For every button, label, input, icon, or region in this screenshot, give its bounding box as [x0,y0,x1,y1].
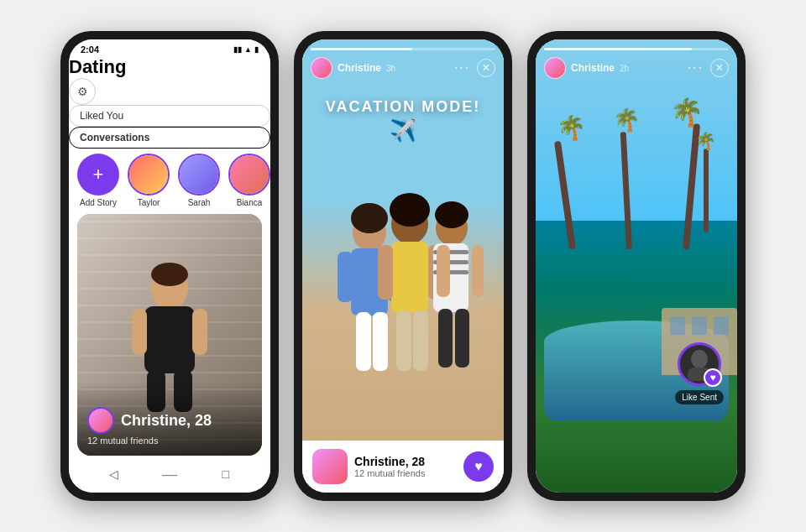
beach-people [319,186,487,421]
svg-text:🌴: 🌴 [670,96,704,128]
window-3 [714,316,729,335]
heart-icon-2: ♥ [474,459,483,474]
story-username-3: Christine [571,62,615,74]
svg-point-1 [151,263,188,286]
story-taylor[interactable]: Taylor [128,154,170,207]
story-avatar-sarah [178,154,220,196]
story-profile-sub-2: 12 mutual friends [354,468,425,478]
story-profile-photo-2 [312,449,348,484]
plane-icon: ✈️ [302,117,504,143]
tab-conversations[interactable]: Conversations [69,127,270,149]
like-sent-popup: ♥ Like Sent [675,342,724,404]
gear-icon: ⚙ [77,85,88,98]
progress-bar [311,48,495,50]
svg-rect-31 [554,141,576,250]
svg-point-30 [435,201,468,228]
battery-icon: ▮▮ [233,45,242,54]
status-time: 2:04 [81,44,99,55]
vacation-text: VACATION MODE! [302,98,504,116]
palm-trees: 🌴 🌴 🌴 🌴 [536,56,737,266]
home-pill[interactable]: — [158,462,181,486]
svg-rect-26 [437,245,450,297]
plus-icon: + [93,164,104,185]
add-story-label: Add Story [80,198,117,207]
story-bottom-card-2: Christine, 28 12 mutual friends ♥ [302,441,504,493]
like-sent-avatar: ♥ [678,342,721,386]
story-sarah[interactable]: Sarah [178,154,220,207]
wifi-icon: ▲ [244,45,252,54]
story-label-taylor: Taylor [138,198,160,207]
status-icons: ▮▮ ▲ ▮ [233,45,259,54]
story-user-row: Christine 3h ··· × [311,57,495,79]
story-time-2: 3h [386,64,395,73]
phone-1: 2:04 ▮▮ ▲ ▮ Dating ⚙ Liked You Conversat… [60,31,279,501]
svg-text:🌴: 🌴 [557,114,586,142]
story-label-bianca: Bianca [237,198,263,207]
stories-row: + Add Story Taylor Sarah Bianc [69,149,270,211]
story-avatar-2 [311,57,332,79]
story-profile-info-2: Christine, 28 12 mutual friends [354,455,425,478]
svg-rect-12 [373,312,388,371]
close-button-3[interactable]: × [710,59,729,77]
nav-bar-1: ◁ — □ [69,456,270,493]
settings-button[interactable]: ⚙ [69,78,96,105]
phone-3: 🌴 🌴 🌴 🌴 [527,31,746,501]
add-story-button[interactable]: + [77,154,119,196]
story-avatar-taylor [128,154,170,196]
svg-point-39 [691,350,708,368]
story-label-sarah: Sarah [188,198,211,207]
story-time-3: 2h [620,64,629,73]
story-user-row-3: Christine 2h ··· × [544,57,729,79]
story-username-2: Christine [338,62,381,74]
svg-text:🌴: 🌴 [695,131,716,151]
more-icon-3[interactable]: ··· [688,60,704,76]
svg-rect-16 [378,245,393,300]
profile-card[interactable]: Christine, 28 12 mutual friends [77,214,262,456]
vacation-text-area: VACATION MODE! ✈️ [302,98,504,143]
svg-rect-28 [438,309,453,368]
story-bianca[interactable]: Bianca [228,154,270,207]
svg-rect-9 [338,252,353,302]
status-bar-1: 2:04 ▮▮ ▲ ▮ [69,39,270,56]
progress-fill [311,48,412,50]
svg-rect-15 [391,242,428,313]
home-button[interactable]: □ [214,462,238,486]
story-add[interactable]: + Add Story [77,154,119,207]
like-sent-label: Like Sent [675,390,724,404]
svg-rect-2 [144,306,195,373]
app-header: Dating ⚙ [69,56,270,105]
close-button-2[interactable]: × [477,59,495,77]
svg-rect-11 [356,312,371,371]
svg-rect-18 [396,310,411,371]
back-button[interactable]: ◁ [102,462,125,486]
more-icon-2[interactable]: ··· [454,60,470,76]
progress-bar-3 [544,48,729,50]
tab-bar: Liked You Conversations [69,105,270,149]
card-info-overlay: Christine, 28 12 mutual friends [77,382,262,456]
window-1 [670,316,685,335]
phone-2: Christine 3h ··· × VACATION MODE! ✈️ Chr… [294,31,512,501]
story-avatar-bianca [228,154,270,196]
svg-rect-35 [620,132,632,249]
svg-point-13 [351,203,388,233]
svg-point-20 [390,193,430,227]
svg-text:🌴: 🌴 [613,107,641,133]
tab-liked-you[interactable]: Liked You [69,105,270,127]
heart-badge: ♥ [704,368,722,387]
card-avatar-mini [87,407,114,434]
story-avatar-3 [544,57,566,79]
svg-rect-37 [704,149,709,232]
svg-rect-19 [413,310,428,371]
svg-rect-3 [132,309,147,355]
like-button-2[interactable]: ♥ [463,451,494,482]
story-profile-name-2: Christine, 28 [354,455,425,468]
svg-rect-4 [192,309,207,355]
progress-fill-3 [544,48,692,50]
card-mutual-friends: 12 mutual friends [87,436,252,446]
svg-rect-27 [472,245,484,297]
story-header-3: Christine 2h ··· × [536,39,737,79]
signal-icon: ▮ [254,45,259,54]
svg-rect-29 [455,309,469,368]
card-profile-name: Christine, 28 [87,407,252,434]
story-header-2: Christine 3h ··· × [302,39,504,79]
